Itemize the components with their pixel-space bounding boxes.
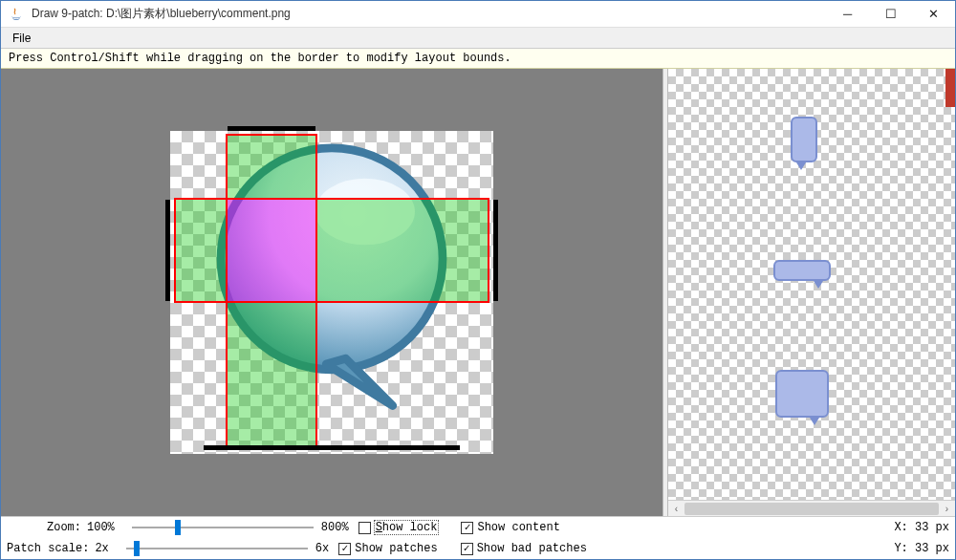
editor-pane[interactable] — [1, 69, 663, 516]
preview-tail-icon — [810, 418, 819, 425]
show-bad-patches-checkbox[interactable]: Show bad patches — [461, 542, 587, 555]
titlebar: Draw 9-patch: D:\图片素材\blueberry\comment.… — [1, 1, 955, 28]
nine-marker-right[interactable] — [493, 200, 498, 301]
preview-area[interactable] — [668, 69, 955, 500]
window-controls: ─ ☐ ✕ — [826, 1, 955, 27]
stretch-region — [228, 200, 315, 301]
patch-overlay-left — [176, 200, 228, 301]
show-content-checkbox[interactable]: Show content — [461, 521, 559, 534]
patch-thumb[interactable] — [134, 541, 140, 556]
preview-pane: ‹ › — [668, 69, 955, 516]
checkbox-box — [461, 543, 473, 555]
nine-marker-top[interactable] — [228, 126, 315, 131]
cursor-x: X: 33 px — [894, 521, 949, 534]
patch-min: 2x — [95, 542, 108, 555]
footer: Zoom: 100% 800% Show lock Show content X… — [1, 516, 955, 559]
zoom-slider[interactable] — [132, 520, 314, 535]
nine-patch-canvas[interactable] — [170, 131, 493, 454]
java-icon — [7, 5, 26, 24]
scroll-right-button[interactable]: › — [939, 501, 955, 516]
maximize-button[interactable]: ☐ — [869, 1, 912, 27]
nine-marker-bottom[interactable] — [204, 445, 460, 450]
zoom-label: Zoom: — [7, 521, 81, 534]
patch-slider[interactable] — [126, 541, 308, 556]
hint-bar: Press Control/Shift while dragging on th… — [1, 49, 955, 69]
checkbox-box — [461, 522, 473, 534]
preview-both — [775, 370, 829, 418]
footer-row-top: Zoom: 100% 800% Show lock Show content X… — [1, 517, 955, 538]
preview-tail-icon — [814, 281, 823, 289]
workspace: ‹ › — [1, 69, 955, 516]
scroll-track[interactable] — [684, 501, 939, 516]
footer-row-bottom: Patch scale: 2x 6x Show patches Show bad… — [1, 538, 955, 559]
patch-overlay-right — [315, 200, 488, 301]
cursor-y: Y: 33 px — [894, 542, 949, 555]
preview-horizontal — [773, 260, 831, 281]
preview-scrollbar[interactable]: ‹ › — [668, 500, 955, 516]
menubar: File — [1, 28, 955, 49]
checkbox-box — [358, 522, 371, 534]
patch-overlay-bottom — [228, 301, 315, 446]
show-patches-checkbox[interactable]: Show patches — [338, 542, 437, 555]
zoom-min: 100% — [87, 521, 115, 534]
patch-max: 6x — [315, 542, 329, 555]
show-lock-checkbox[interactable]: Show lock — [358, 521, 439, 534]
scroll-left-button[interactable]: ‹ — [668, 501, 684, 516]
window-edge-artifact — [945, 69, 955, 107]
preview-tail-icon — [796, 162, 806, 170]
zoom-max: 800% — [321, 521, 349, 534]
patch-scale-label: Patch scale: — [7, 542, 89, 555]
checkbox-box — [338, 543, 351, 555]
patch-overlay-top — [228, 136, 315, 200]
window-title: Draw 9-patch: D:\图片素材\blueberry\comment.… — [32, 6, 826, 22]
close-button[interactable]: ✕ — [912, 1, 955, 27]
zoom-thumb[interactable] — [175, 520, 181, 535]
minimize-button[interactable]: ─ — [826, 1, 869, 27]
nine-marker-left[interactable] — [165, 200, 170, 301]
preview-vertical — [791, 117, 817, 162]
menu-file[interactable]: File — [5, 30, 38, 47]
scroll-thumb[interactable] — [684, 503, 939, 515]
app-window: Draw 9-patch: D:\图片素材\blueberry\comment.… — [0, 0, 956, 560]
